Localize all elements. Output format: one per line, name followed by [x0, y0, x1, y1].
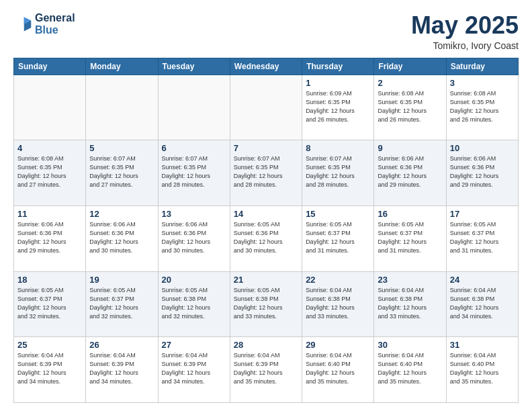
calendar-day-cell: 3Sunrise: 6:08 AM Sunset: 6:35 PM Daylig… — [446, 75, 518, 140]
day-number: 30 — [378, 340, 442, 350]
day-info: Sunrise: 6:06 AM Sunset: 6:36 PM Dayligh… — [162, 220, 226, 255]
day-info: Sunrise: 6:05 AM Sunset: 6:37 PM Dayligh… — [89, 286, 154, 321]
calendar-day-cell: 8Sunrise: 6:07 AM Sunset: 6:35 PM Daylig… — [302, 140, 374, 206]
day-info: Sunrise: 6:05 AM Sunset: 6:37 PM Dayligh… — [378, 220, 442, 255]
calendar-day-cell: 11Sunrise: 6:06 AM Sunset: 6:36 PM Dayli… — [14, 205, 86, 271]
day-info: Sunrise: 6:04 AM Sunset: 6:39 PM Dayligh… — [162, 351, 226, 386]
day-number: 31 — [450, 340, 515, 350]
day-number: 29 — [306, 340, 370, 350]
calendar-day-cell: 7Sunrise: 6:07 AM Sunset: 6:35 PM Daylig… — [230, 140, 302, 206]
day-number: 11 — [17, 209, 82, 219]
weekday-header: Saturday — [446, 58, 518, 75]
day-info: Sunrise: 6:05 AM Sunset: 6:36 PM Dayligh… — [234, 220, 298, 255]
day-number: 21 — [234, 275, 298, 285]
header: General Blue May 2025 Tomikro, Ivory Coa… — [13, 12, 519, 51]
day-number: 23 — [378, 275, 442, 285]
weekday-header: Wednesday — [230, 58, 302, 75]
day-number: 10 — [450, 143, 515, 153]
calendar-week-row: 25Sunrise: 6:04 AM Sunset: 6:39 PM Dayli… — [14, 337, 519, 403]
calendar-day-cell — [14, 75, 86, 140]
header-row: SundayMondayTuesdayWednesdayThursdayFrid… — [14, 58, 519, 75]
calendar-day-cell: 22Sunrise: 6:04 AM Sunset: 6:38 PM Dayli… — [302, 271, 374, 337]
calendar-day-cell — [86, 75, 158, 140]
calendar-day-cell: 18Sunrise: 6:05 AM Sunset: 6:37 PM Dayli… — [14, 271, 86, 337]
calendar-day-cell — [158, 75, 230, 140]
day-info: Sunrise: 6:09 AM Sunset: 6:35 PM Dayligh… — [306, 89, 370, 124]
calendar-day-cell: 27Sunrise: 6:04 AM Sunset: 6:39 PM Dayli… — [158, 337, 230, 403]
day-info: Sunrise: 6:04 AM Sunset: 6:40 PM Dayligh… — [306, 351, 370, 386]
weekday-header: Tuesday — [158, 58, 230, 75]
day-number: 4 — [17, 143, 82, 153]
logo-text: General Blue — [35, 12, 75, 37]
calendar-day-cell: 6Sunrise: 6:07 AM Sunset: 6:35 PM Daylig… — [158, 140, 230, 206]
calendar-day-cell: 30Sunrise: 6:04 AM Sunset: 6:40 PM Dayli… — [374, 337, 446, 403]
day-info: Sunrise: 6:07 AM Sunset: 6:35 PM Dayligh… — [89, 154, 154, 189]
day-number: 7 — [234, 143, 298, 153]
day-number: 2 — [378, 78, 442, 88]
day-info: Sunrise: 6:07 AM Sunset: 6:35 PM Dayligh… — [162, 154, 226, 189]
day-number: 27 — [162, 340, 226, 350]
day-number: 8 — [306, 143, 370, 153]
calendar-day-cell — [230, 75, 302, 140]
calendar-day-cell: 28Sunrise: 6:04 AM Sunset: 6:39 PM Dayli… — [230, 337, 302, 403]
calendar-week-row: 18Sunrise: 6:05 AM Sunset: 6:37 PM Dayli… — [14, 271, 519, 337]
day-number: 12 — [89, 209, 154, 219]
calendar-day-cell: 1Sunrise: 6:09 AM Sunset: 6:35 PM Daylig… — [302, 75, 374, 140]
day-info: Sunrise: 6:05 AM Sunset: 6:38 PM Dayligh… — [162, 286, 226, 321]
calendar-week-row: 4Sunrise: 6:08 AM Sunset: 6:35 PM Daylig… — [14, 140, 519, 206]
day-number: 17 — [450, 209, 515, 219]
calendar-day-cell: 31Sunrise: 6:04 AM Sunset: 6:40 PM Dayli… — [446, 337, 518, 403]
day-info: Sunrise: 6:04 AM Sunset: 6:39 PM Dayligh… — [234, 351, 298, 386]
weekday-header: Monday — [86, 58, 158, 75]
day-info: Sunrise: 6:04 AM Sunset: 6:38 PM Dayligh… — [450, 286, 515, 321]
day-number: 19 — [89, 275, 154, 285]
calendar-day-cell: 29Sunrise: 6:04 AM Sunset: 6:40 PM Dayli… — [302, 337, 374, 403]
day-number: 26 — [89, 340, 154, 350]
calendar-day-cell: 13Sunrise: 6:06 AM Sunset: 6:36 PM Dayli… — [158, 205, 230, 271]
logo-icon — [13, 15, 32, 34]
calendar-day-cell: 15Sunrise: 6:05 AM Sunset: 6:37 PM Dayli… — [302, 205, 374, 271]
day-number: 1 — [306, 78, 370, 88]
calendar-day-cell: 10Sunrise: 6:06 AM Sunset: 6:36 PM Dayli… — [446, 140, 518, 206]
day-number: 20 — [162, 275, 226, 285]
calendar-subtitle: Tomikro, Ivory Coast — [411, 40, 519, 51]
day-info: Sunrise: 6:07 AM Sunset: 6:35 PM Dayligh… — [234, 154, 298, 189]
day-info: Sunrise: 6:05 AM Sunset: 6:37 PM Dayligh… — [450, 220, 515, 255]
logo: General Blue — [13, 12, 75, 37]
day-info: Sunrise: 6:04 AM Sunset: 6:38 PM Dayligh… — [306, 286, 370, 321]
day-number: 5 — [89, 143, 154, 153]
day-info: Sunrise: 6:06 AM Sunset: 6:36 PM Dayligh… — [378, 154, 442, 189]
day-info: Sunrise: 6:07 AM Sunset: 6:35 PM Dayligh… — [306, 154, 370, 189]
day-info: Sunrise: 6:05 AM Sunset: 6:38 PM Dayligh… — [234, 286, 298, 321]
title-block: May 2025 Tomikro, Ivory Coast — [411, 12, 519, 51]
day-info: Sunrise: 6:08 AM Sunset: 6:35 PM Dayligh… — [450, 89, 515, 124]
calendar-day-cell: 26Sunrise: 6:04 AM Sunset: 6:39 PM Dayli… — [86, 337, 158, 403]
page: General Blue May 2025 Tomikro, Ivory Coa… — [0, 0, 532, 411]
calendar-day-cell: 19Sunrise: 6:05 AM Sunset: 6:37 PM Dayli… — [86, 271, 158, 337]
calendar-day-cell: 17Sunrise: 6:05 AM Sunset: 6:37 PM Dayli… — [446, 205, 518, 271]
day-info: Sunrise: 6:04 AM Sunset: 6:40 PM Dayligh… — [450, 351, 515, 386]
day-info: Sunrise: 6:04 AM Sunset: 6:40 PM Dayligh… — [378, 351, 442, 386]
day-number: 9 — [378, 143, 442, 153]
day-info: Sunrise: 6:08 AM Sunset: 6:35 PM Dayligh… — [378, 89, 442, 124]
day-info: Sunrise: 6:04 AM Sunset: 6:38 PM Dayligh… — [378, 286, 442, 321]
calendar-day-cell: 25Sunrise: 6:04 AM Sunset: 6:39 PM Dayli… — [14, 337, 86, 403]
calendar-day-cell: 2Sunrise: 6:08 AM Sunset: 6:35 PM Daylig… — [374, 75, 446, 140]
day-info: Sunrise: 6:04 AM Sunset: 6:39 PM Dayligh… — [89, 351, 154, 386]
day-number: 24 — [450, 275, 515, 285]
weekday-header: Sunday — [14, 58, 86, 75]
day-info: Sunrise: 6:06 AM Sunset: 6:36 PM Dayligh… — [17, 220, 82, 255]
calendar-day-cell: 21Sunrise: 6:05 AM Sunset: 6:38 PM Dayli… — [230, 271, 302, 337]
calendar-day-cell: 12Sunrise: 6:06 AM Sunset: 6:36 PM Dayli… — [86, 205, 158, 271]
day-info: Sunrise: 6:05 AM Sunset: 6:37 PM Dayligh… — [306, 220, 370, 255]
day-number: 25 — [17, 340, 82, 350]
calendar-day-cell: 4Sunrise: 6:08 AM Sunset: 6:35 PM Daylig… — [14, 140, 86, 206]
calendar-title: May 2025 — [411, 12, 519, 39]
calendar-day-cell: 16Sunrise: 6:05 AM Sunset: 6:37 PM Dayli… — [374, 205, 446, 271]
day-info: Sunrise: 6:06 AM Sunset: 6:36 PM Dayligh… — [450, 154, 515, 189]
day-number: 14 — [234, 209, 298, 219]
day-number: 28 — [234, 340, 298, 350]
calendar-week-row: 1Sunrise: 6:09 AM Sunset: 6:35 PM Daylig… — [14, 75, 519, 140]
calendar-day-cell: 20Sunrise: 6:05 AM Sunset: 6:38 PM Dayli… — [158, 271, 230, 337]
day-number: 6 — [162, 143, 226, 153]
